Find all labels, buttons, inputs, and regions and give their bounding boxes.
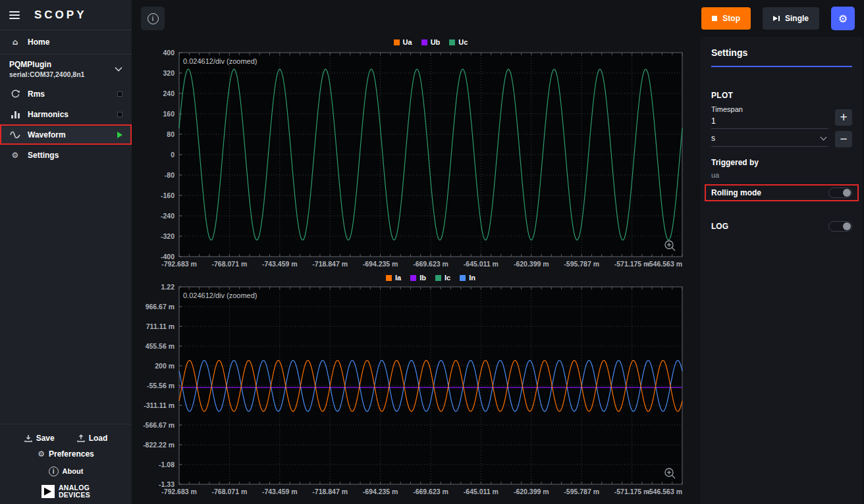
sidebar-item-rms[interactable]: Rms — [0, 84, 132, 104]
legend-label: In — [469, 274, 475, 282]
rms-icon — [9, 89, 21, 99]
info-icon: i — [148, 13, 159, 24]
svg-text:160: 160 — [163, 110, 175, 118]
sidebar-header: SCOPY — [0, 0, 132, 30]
legend-item-Ic[interactable]: Ic — [435, 274, 450, 282]
svg-text:-669.623 m: -669.623 m — [413, 488, 448, 495]
tool-state-square[interactable] — [117, 112, 122, 117]
log-row: LOG — [711, 221, 852, 232]
single-button[interactable]: Single — [763, 7, 819, 30]
log-toggle[interactable] — [828, 221, 852, 232]
run-play-icon[interactable] — [117, 132, 122, 138]
stop-icon — [712, 16, 717, 21]
triggered-by-select[interactable]: ua — [711, 171, 852, 179]
scopy-logo: SCOPY — [34, 9, 87, 22]
sidebar-item-settings[interactable]: ⚙ Settings — [0, 145, 132, 165]
legend-label: Ia — [395, 274, 401, 282]
menu-icon[interactable] — [9, 9, 20, 21]
home-label: Home — [28, 38, 49, 47]
svg-text:-645.011 m: -645.011 m — [464, 488, 499, 495]
sidebar-item-waveform[interactable]: Waveform — [0, 124, 132, 145]
plot-settings-button[interactable]: ⚙ — [831, 7, 855, 30]
voltage-plot[interactable]: 400320240160800-80-160-240-320-400-792.6… — [141, 47, 693, 272]
rolling-mode-toggle[interactable] — [828, 188, 852, 198]
log-label: LOG — [711, 222, 728, 231]
svg-text:-546.563 m: -546.563 m — [647, 260, 682, 268]
svg-text:-620.399 m: -620.399 m — [514, 260, 549, 268]
timespan-label: Timespan — [711, 105, 828, 113]
stop-button[interactable]: Stop — [701, 7, 751, 30]
svg-text:-320: -320 — [161, 232, 175, 240]
current-waveform-plot[interactable]: 1.22966.67 m711.11 m455.56 m200 m-55.56 … — [141, 283, 693, 501]
chevron-down-icon[interactable] — [115, 66, 122, 72]
single-run-icon — [773, 16, 780, 21]
current-plot[interactable]: 1.22966.67 m711.11 m455.56 m200 m-55.56 … — [141, 283, 693, 501]
svg-text:966.67 m: 966.67 m — [146, 303, 175, 311]
legend-label: Ic — [445, 274, 450, 282]
chevron-down-icon — [821, 134, 827, 140]
triggered-by-label: Triggered by — [711, 158, 852, 167]
voltage-plot-legend: UaUbUc — [179, 37, 682, 47]
sidebar-footer: Save Load ⚙ Preferences i About ANALOG D — [0, 424, 132, 504]
legend-item-Ib[interactable]: Ib — [410, 274, 426, 282]
sidebar-item-harmonics[interactable]: Harmonics — [0, 104, 132, 124]
svg-text:-240: -240 — [161, 212, 175, 220]
svg-text:0: 0 — [171, 151, 175, 159]
rolling-mode-label: Rolling mode — [711, 188, 761, 197]
svg-text:-822.22 m: -822.22 m — [143, 441, 175, 449]
timespan-group: Timespan s + − — [711, 105, 852, 147]
svg-text:-743.459 m: -743.459 m — [262, 260, 298, 268]
save-load-row: Save Load — [0, 431, 132, 445]
scale-annotation: 0.024612/div (zoomed) — [183, 291, 257, 299]
harmonics-icon — [9, 110, 21, 119]
info-button[interactable]: i — [141, 7, 165, 30]
svg-text:320: 320 — [163, 69, 175, 77]
svg-text:80: 80 — [167, 130, 175, 138]
info-icon: i — [49, 466, 59, 476]
legend-item-Uc[interactable]: Uc — [449, 38, 468, 46]
svg-text:711.11 m: 711.11 m — [146, 322, 175, 330]
toggle-knob — [843, 222, 851, 230]
preferences-button[interactable]: ⚙ Preferences — [0, 445, 132, 463]
home-icon: ⌂ — [9, 38, 21, 47]
about-button[interactable]: i About — [0, 463, 132, 480]
content: UaUbUc 400320240160800-80-160-240-320-40… — [132, 37, 864, 504]
legend-item-In[interactable]: In — [460, 274, 475, 282]
legend-item-Ub[interactable]: Ub — [421, 38, 441, 46]
tool-label: Settings — [28, 151, 59, 160]
legend-item-Ia[interactable]: Ia — [386, 274, 401, 282]
svg-text:-694.235 m: -694.235 m — [363, 488, 398, 495]
svg-text:-792.683 m: -792.683 m — [161, 488, 197, 495]
legend-swatch — [421, 39, 427, 45]
legend-item-Ua[interactable]: Ua — [394, 38, 412, 46]
svg-text:-768.071 m: -768.071 m — [212, 488, 248, 495]
tool-state-square[interactable] — [117, 91, 122, 97]
svg-text:-645.011 m: -645.011 m — [464, 260, 499, 268]
sidebar-item-home[interactable]: ⌂ Home — [0, 30, 132, 54]
timespan-increment-button[interactable]: + — [835, 109, 852, 126]
timespan-decrement-button[interactable]: − — [835, 131, 852, 147]
svg-text:-620.399 m: -620.399 m — [514, 488, 549, 495]
voltage-waveform-plot[interactable]: 400320240160800-80-160-240-320-400-792.6… — [141, 47, 693, 272]
tool-label: Waveform — [28, 130, 66, 139]
svg-text:-546.563 m: -546.563 m — [647, 488, 682, 495]
load-icon — [77, 434, 85, 442]
analog-devices-logo: ANALOG DEVICES — [0, 484, 132, 499]
legend-label: Ua — [403, 38, 412, 46]
save-button[interactable]: Save — [24, 434, 55, 443]
svg-text:-718.847 m: -718.847 m — [312, 488, 348, 495]
timespan-input[interactable] — [711, 113, 828, 129]
timespan-unit-select[interactable]: s — [711, 129, 828, 147]
load-button[interactable]: Load — [77, 434, 108, 443]
main-area: i Stop Single ⚙ UaUbUc 400320240160800-8… — [132, 0, 864, 504]
tool-label: Harmonics — [28, 110, 68, 119]
charts-column: UaUbUc 400320240160800-80-160-240-320-40… — [141, 37, 693, 504]
panel-title: Settings — [711, 47, 852, 67]
svg-text:240: 240 — [163, 89, 175, 97]
svg-text:-571.175 m: -571.175 m — [614, 260, 650, 268]
plugin-header[interactable]: PQMPlugin serial:COM37,2400,8n1 — [0, 55, 132, 84]
svg-text:-571.175 m: -571.175 m — [614, 488, 650, 495]
svg-text:-595.787 m: -595.787 m — [564, 488, 599, 495]
plot-section-label: PLOT — [711, 91, 852, 100]
svg-text:-595.787 m: -595.787 m — [564, 260, 599, 268]
